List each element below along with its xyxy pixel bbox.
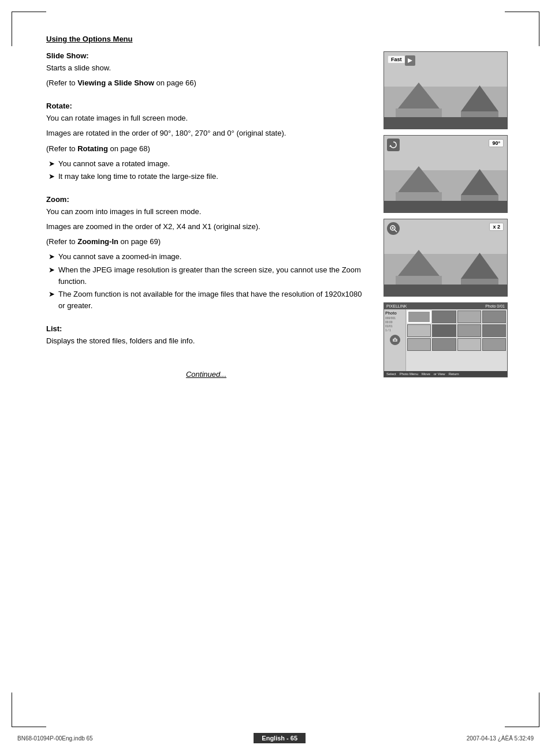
zoom-body-3-prefix: (Refer to bbox=[46, 237, 77, 246]
zoom-title: Zoom: bbox=[46, 195, 366, 204]
list-thumb-6 bbox=[432, 324, 456, 337]
zoom-image: x 2 bbox=[384, 219, 508, 297]
zoom-trees bbox=[384, 285, 507, 296]
continued-section: Continued... bbox=[46, 370, 366, 379]
note-arrow-2: ➤ bbox=[49, 171, 55, 182]
list-ui-body: Photo 000/00100:0001/011 / 1 bbox=[384, 309, 507, 371]
corner-border-top-right bbox=[505, 12, 539, 46]
slideshow-body-2-suffix: on page 66) bbox=[154, 78, 196, 87]
svg-point-7 bbox=[394, 339, 396, 341]
zoom-note-1-text: You cannot save a zoomed-in image. bbox=[58, 251, 181, 263]
zoom-body-2: Images are zoomed in the order of X2, X4… bbox=[46, 221, 366, 233]
rotate-note-1-text: You cannot save a rotated image. bbox=[58, 158, 170, 170]
main-content: Slide Show: Starts a slide show. (Refer … bbox=[46, 51, 511, 390]
list-thumb-2 bbox=[432, 310, 456, 323]
slideshow-icon bbox=[405, 55, 415, 66]
list-ui-footer: Select Photo Menu Move or View Return bbox=[384, 371, 507, 377]
rotate-trees bbox=[384, 201, 507, 212]
slideshow-title: Slide Show: bbox=[46, 51, 366, 60]
list-ui-main bbox=[406, 309, 507, 371]
list-thumb-4 bbox=[482, 310, 506, 323]
page-number-box: English - 65 bbox=[254, 733, 306, 743]
note-arrow-4: ➤ bbox=[49, 264, 55, 287]
zoom-body-3-suffix: on page 69) bbox=[118, 237, 161, 246]
slideshow-roof-2 bbox=[461, 85, 498, 111]
zoom-img-content bbox=[384, 219, 507, 296]
rotate-note-2: ➤ It may take long time to rotate the la… bbox=[49, 171, 366, 182]
rotate-icon bbox=[389, 141, 397, 149]
list-thumb-3 bbox=[457, 310, 481, 323]
rotate-img-content bbox=[384, 136, 507, 212]
slideshow-trees bbox=[384, 117, 507, 129]
zoom-notes: ➤ You cannot save a zoomed-in image. ➤ W… bbox=[49, 251, 366, 312]
zoom-icon-box bbox=[387, 222, 400, 235]
zoom-note-3: ➤ The Zoom function is not available for… bbox=[49, 289, 366, 312]
rotate-body-2: Images are rotated in the order of 90°, … bbox=[46, 128, 366, 139]
slideshow-roof-1 bbox=[396, 83, 442, 111]
list-sidebar-label: Photo bbox=[385, 311, 404, 315]
zoom-body-3-bold: Zooming-In bbox=[77, 237, 118, 246]
zoom-roof-2 bbox=[461, 253, 498, 279]
subsection-rotate: Rotate: You can rotate images in full sc… bbox=[46, 102, 366, 182]
play-icon bbox=[407, 58, 414, 63]
svg-marker-8 bbox=[394, 338, 396, 339]
zoom-note-3-text: The Zoom function is not available for t… bbox=[58, 289, 366, 312]
rotate-roof-2 bbox=[461, 169, 498, 195]
rotate-note-2-text: It may take long time to rotate the larg… bbox=[58, 171, 218, 182]
list-thumb-10 bbox=[432, 338, 456, 351]
zoom-note-1: ➤ You cannot save a zoomed-in image. bbox=[49, 251, 366, 263]
list-thumb-8 bbox=[482, 324, 506, 337]
list-camera-icon-wrap bbox=[385, 335, 404, 345]
subsection-slideshow: Slide Show: Starts a slide show. (Refer … bbox=[46, 51, 366, 89]
slideshow-badge: Fast bbox=[388, 55, 405, 63]
list-thumb-11 bbox=[457, 338, 481, 351]
rotate-image: 90° bbox=[384, 135, 508, 213]
subsection-list: List: Displays the stored files, folders… bbox=[46, 324, 366, 347]
list-thumb-12 bbox=[482, 338, 506, 351]
rotate-note-1: ➤ You cannot save a rotated image. bbox=[49, 158, 366, 170]
rotate-notes: ➤ You cannot save a rotated image. ➤ It … bbox=[49, 158, 366, 182]
slideshow-body-2-bold: Viewing a Slide Show bbox=[77, 78, 154, 87]
list-thumb-5 bbox=[407, 324, 431, 337]
footer-left: BN68-01094P-00Eng.indb 65 bbox=[17, 735, 93, 742]
footer-select: Select bbox=[386, 372, 396, 376]
corner-border-bottom-right bbox=[505, 693, 539, 727]
list-thumb-7 bbox=[457, 324, 481, 337]
rotate-icon-box bbox=[387, 139, 400, 151]
slideshow-body-2-prefix: (Refer to bbox=[46, 78, 77, 87]
corner-border-bottom-left bbox=[12, 693, 46, 727]
zoom-magnify-icon bbox=[389, 224, 397, 233]
list-header-right: Photo 0/01 bbox=[485, 304, 505, 308]
footer-right: 2007-04-13 ¿ÀÈÄ 5:32:49 bbox=[467, 735, 534, 742]
list-sidebar-info: 000/00100:0001/011 / 1 bbox=[385, 316, 404, 332]
slideshow-body-1: Starts a slide show. bbox=[46, 62, 366, 74]
zoom-sky bbox=[384, 219, 507, 254]
slideshow-body-2: (Refer to Viewing a Slide Show on page 6… bbox=[46, 77, 366, 89]
rotate-body-3-prefix: (Refer to bbox=[46, 144, 77, 153]
camera-svg bbox=[392, 338, 398, 342]
page-footer: BN68-01094P-00Eng.indb 65 English - 65 2… bbox=[0, 733, 551, 743]
zoom-roof-1 bbox=[396, 250, 442, 279]
footer-move: Move bbox=[422, 372, 430, 376]
svg-marker-1 bbox=[389, 145, 392, 147]
corner-border-top-left bbox=[12, 12, 46, 46]
camera-icon bbox=[390, 335, 400, 345]
list-thumb-1 bbox=[407, 310, 431, 323]
list-body-1: Displays the stored files, folders and f… bbox=[46, 335, 366, 347]
list-ui: PIXELLINK Photo 0/01 Photo 000/00100:000… bbox=[384, 303, 507, 377]
footer-menu: Photo Menu bbox=[400, 372, 418, 376]
rotate-body-3-bold: Rotating bbox=[77, 144, 108, 153]
subsection-zoom: Zoom: You can zoom into images in full s… bbox=[46, 195, 366, 312]
rotate-body-1: You can rotate images in full screen mod… bbox=[46, 113, 366, 124]
slideshow-image: Fast bbox=[384, 51, 508, 129]
rotate-badge: 90° bbox=[489, 139, 504, 147]
zoom-body-1: You can zoom into images in full screen … bbox=[46, 206, 366, 218]
note-arrow-3: ➤ bbox=[49, 251, 55, 263]
list-ui-grid bbox=[407, 310, 506, 351]
rotate-roof-1 bbox=[396, 166, 442, 195]
zoom-badge: x 2 bbox=[489, 223, 504, 231]
note-arrow-5: ➤ bbox=[49, 289, 55, 312]
footer-view: or View bbox=[434, 372, 445, 376]
list-title: List: bbox=[46, 324, 366, 333]
zoom-note-2: ➤ When the JPEG image resolution is grea… bbox=[49, 264, 366, 287]
